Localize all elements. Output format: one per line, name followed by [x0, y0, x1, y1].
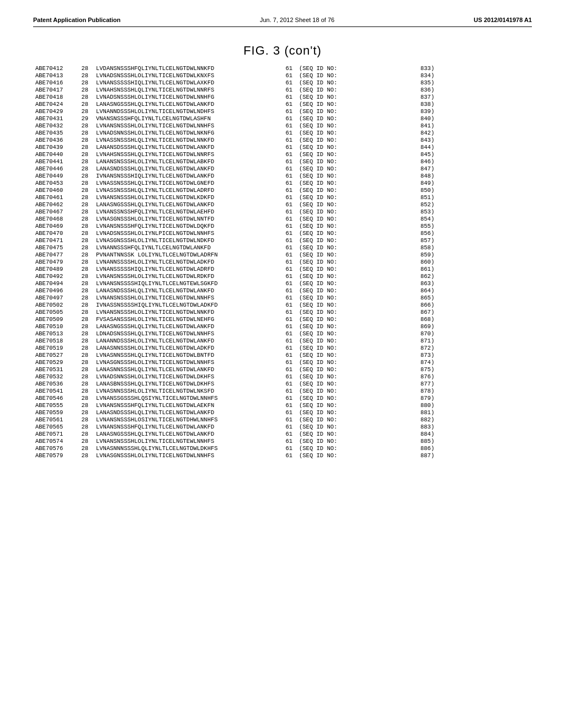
cell-seqid-label: (SEQ ID NO: [297, 258, 418, 265]
cell-length: 61 [281, 158, 297, 165]
cell-id: ABE70505 [33, 308, 77, 315]
cell-id: ABE70460 [33, 186, 77, 194]
cell-id: ABE70412 [33, 65, 77, 72]
table-row: ABE7041628LVNANSSSSSHIQLIYNLTLCELNGTDWLA… [33, 79, 532, 86]
cell-sequence: LANASNGSSSHLQLIYNLTLCELNGTDWLANKFD [94, 100, 281, 108]
cell-length: 61 [281, 151, 297, 158]
cell-id: ABE70494 [33, 280, 77, 287]
cell-seqid-num: 867) [418, 308, 532, 315]
cell-id: ABE70574 [33, 437, 77, 445]
cell-seqid-label: (SEQ ID NO: [297, 136, 418, 143]
cell-id: ABE70532 [33, 373, 77, 380]
table-row: ABE7052928LVNASGNSSSHLOLIYNLTICELNGTDWLN… [33, 358, 532, 366]
cell-sequence: LVNANSSNSSHFQLIYNLTLCELNGTDWLAEHFD [94, 208, 281, 215]
table-row: ABE7047728PVNANTNNSSK LOLIYNLTLCELNGTDWL… [33, 251, 532, 258]
cell-id: ABE70510 [33, 323, 77, 330]
cell-sequence: LANASNDSSSHLQLIYNLTLCELNGTDWLANKFD [94, 165, 281, 172]
cell-seqid-num: 876) [418, 373, 532, 380]
cell-id: ABE70576 [33, 445, 77, 452]
cell-seqid-num: 840) [418, 115, 532, 122]
cell-num: 28 [77, 158, 94, 165]
cell-sequence: LVDANSNSSSHFQLIYNLTLCELNGTDWLNNKFD [94, 65, 281, 72]
cell-num: 28 [77, 394, 94, 402]
table-row: ABE7043628LVNASSNSSSHLQLIYNLTICELNGTDWLN… [33, 136, 532, 143]
cell-id: ABE70555 [33, 402, 77, 409]
cell-seqid-num: 884) [418, 430, 532, 437]
cell-seqid-label: (SEQ ID NO: [297, 165, 418, 172]
cell-seqid-num: 838) [418, 100, 532, 108]
page-header: Patent Application Publication Jun. 7, 2… [33, 17, 532, 27]
cell-id: ABE70439 [33, 143, 77, 151]
cell-length: 61 [281, 323, 297, 330]
cell-length: 61 [281, 194, 297, 201]
cell-seqid-label: (SEQ ID NO: [297, 215, 418, 222]
cell-length: 61 [281, 430, 297, 437]
cell-seqid-num: 865) [418, 294, 532, 301]
cell-seqid-label: (SEQ ID NO: [297, 115, 418, 122]
cell-id: ABE70536 [33, 380, 77, 387]
cell-seqid-num: 839) [418, 108, 532, 115]
cell-sequence: LVNANSNSSSHLOLIYNLTLCELNGTDWLKDKFD [94, 194, 281, 201]
table-row: ABE7049628LANASNDSSSHLQLIYNLTLCELNGTDWLA… [33, 287, 532, 294]
cell-sequence: LVNADSNNSSHLOLIYNLTLCELNGTDWLNKNFG [94, 129, 281, 136]
cell-num: 28 [77, 437, 94, 445]
cell-id: ABE70561 [33, 416, 77, 423]
cell-length: 61 [281, 301, 297, 308]
cell-seqid-num: 874) [418, 358, 532, 366]
table-row: ABE7056128LVNANSNSSSHLOSIYNLTICELNGTDHWL… [33, 416, 532, 423]
cell-id: ABE70529 [33, 358, 77, 366]
cell-id: ABE70431 [33, 115, 77, 122]
cell-sequence: LVNASSNSSSHLQLIYNLTLCELNGTDWLADRFD [94, 186, 281, 194]
cell-num: 28 [77, 402, 94, 409]
cell-seqid-label: (SEQ ID NO: [297, 344, 418, 351]
cell-seqid-num: 833) [418, 65, 532, 72]
cell-length: 61 [281, 315, 297, 323]
cell-seqid-num: 859) [418, 251, 532, 258]
cell-sequence: VNANSNSSSHFQLIYNLTLCELNGTDWLASHFN [94, 115, 281, 122]
table-row: ABE7048928LVNANSSSSSHIQLIYNLTLCELNGTDWLA… [33, 265, 532, 272]
cell-length: 61 [281, 93, 297, 100]
cell-id: ABE70468 [33, 215, 77, 222]
cell-length: 61 [281, 366, 297, 373]
cell-seqid-label: (SEQ ID NO: [297, 416, 418, 423]
cell-seqid-label: (SEQ ID NO: [297, 122, 418, 129]
cell-length: 61 [281, 179, 297, 186]
cell-length: 61 [281, 394, 297, 402]
cell-sequence: FVSASANSSSHLOLIYNLTICELNGTDWLNEHFG [94, 315, 281, 323]
cell-length: 61 [281, 416, 297, 423]
cell-length: 61 [281, 222, 297, 229]
table-row: ABE7046028LVNASSNSSSHLQLIYNLTLCELNGTDWLA… [33, 186, 532, 194]
cell-id: ABE70470 [33, 229, 77, 237]
cell-seqid-label: (SEQ ID NO: [297, 358, 418, 366]
cell-seqid-num: 872) [418, 344, 532, 351]
cell-length: 61 [281, 215, 297, 222]
cell-length: 61 [281, 129, 297, 136]
cell-seqid-num: 844) [418, 143, 532, 151]
cell-length: 61 [281, 201, 297, 208]
cell-seqid-num: 847) [418, 165, 532, 172]
cell-seqid-num: 882) [418, 416, 532, 423]
cell-seqid-num: 857) [418, 237, 532, 244]
cell-seqid-num: 875) [418, 366, 532, 373]
cell-length: 61 [281, 445, 297, 452]
cell-num: 28 [77, 100, 94, 108]
cell-num: 28 [77, 229, 94, 237]
cell-seqid-label: (SEQ ID NO: [297, 229, 418, 237]
cell-seqid-num: 864) [418, 287, 532, 294]
cell-length: 61 [281, 237, 297, 244]
cell-seqid-label: (SEQ ID NO: [297, 151, 418, 158]
cell-num: 28 [77, 258, 94, 265]
cell-length: 61 [281, 79, 297, 86]
cell-num: 28 [77, 151, 94, 158]
cell-seqid-label: (SEQ ID NO: [297, 100, 418, 108]
cell-id: ABE70462 [33, 201, 77, 208]
cell-seqid-label: (SEQ ID NO: [297, 179, 418, 186]
cell-seqid-num: 878) [418, 387, 532, 394]
cell-length: 61 [281, 165, 297, 172]
cell-seqid-num: 863) [418, 280, 532, 287]
cell-seqid-label: (SEQ ID NO: [297, 445, 418, 452]
cell-length: 61 [281, 186, 297, 194]
cell-seqid-label: (SEQ ID NO: [297, 437, 418, 445]
table-row: ABE7050928FVSASANSSSHLOLIYNLTICELNGTDWLN… [33, 315, 532, 323]
cell-num: 28 [77, 79, 94, 86]
